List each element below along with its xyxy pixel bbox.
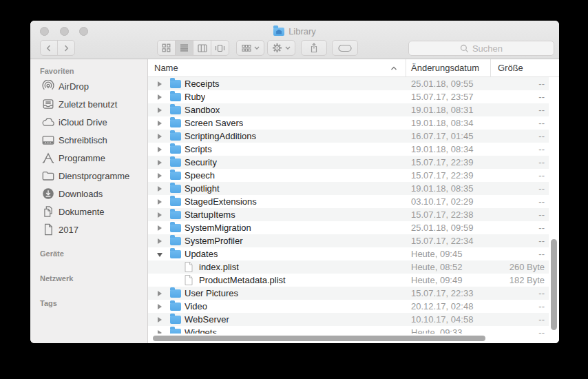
disclosure-triangle[interactable] — [155, 300, 165, 313]
sidebar-item-programme[interactable]: Programme — [30, 149, 147, 167]
row-name: SystemMigration — [185, 223, 251, 233]
row-date: 25.01.18, 09:59 — [406, 223, 491, 233]
folder-icon — [170, 172, 181, 180]
row-name: ScriptingAdditions — [185, 131, 256, 141]
finder-window: Library — [30, 21, 559, 343]
table-row[interactable]: index.plistHeute, 08:52260 Byte — [148, 260, 549, 274]
coverflow-view-button[interactable] — [211, 41, 229, 55]
column-view-button[interactable] — [193, 41, 211, 55]
column-header-name[interactable]: Name — [148, 59, 406, 76]
table-row[interactable]: WebServer10.10.17, 04:58-- — [148, 313, 549, 326]
disclosure-triangle[interactable] — [155, 143, 165, 156]
sidebar-item-airdrop[interactable]: AirDrop — [30, 77, 147, 95]
table-row[interactable]: Speech15.07.17, 22:39-- — [148, 169, 549, 182]
table-row[interactable]: StartupItems15.07.17, 22:38-- — [148, 208, 549, 221]
titlebar[interactable]: Library — [30, 21, 559, 59]
name-cell: StagedExtensions — [148, 195, 406, 208]
back-button[interactable] — [41, 41, 57, 55]
row-name: Receipts — [185, 79, 220, 89]
table-row[interactable]: Ruby15.07.17, 23:57-- — [148, 90, 549, 103]
tag-button[interactable] — [332, 40, 358, 56]
table-row[interactable]: Spotlight19.01.18, 08:35-- — [148, 182, 549, 195]
table-row[interactable]: Security15.07.17, 22:39-- — [148, 156, 549, 169]
table-row[interactable]: StagedExtensions03.10.17, 02:29-- — [148, 195, 549, 208]
row-date: 25.01.18, 09:55 — [406, 79, 491, 89]
disclosure-triangle[interactable] — [155, 116, 165, 130]
name-cell: Scripts — [148, 143, 406, 156]
row-size: -- — [491, 209, 549, 220]
table-row[interactable]: User Pictures15.07.17, 22:33-- — [148, 287, 549, 300]
sidebar-item-label: Dienstprogramme — [59, 171, 129, 181]
action-button[interactable] — [267, 40, 295, 56]
row-date: 19.01.18, 08:34 — [406, 144, 491, 154]
column-header-date[interactable]: Änderungsdatum — [406, 59, 491, 76]
coverflow-view-icon — [215, 44, 225, 52]
table-row[interactable]: SystemProfiler15.07.17, 22:34-- — [148, 234, 549, 247]
share-icon — [309, 43, 319, 53]
row-size: -- — [491, 157, 549, 167]
disclosure-triangle[interactable] — [155, 313, 165, 326]
disclosure-triangle[interactable] — [155, 182, 165, 195]
sidebar-item-label: Schreibtisch — [59, 135, 107, 145]
disclosure-triangle[interactable] — [155, 156, 165, 169]
disclosure-triangle[interactable] — [155, 234, 165, 247]
group-button[interactable] — [236, 40, 264, 56]
row-name: Updates — [185, 249, 218, 259]
table-row[interactable]: Sandbox19.01.18, 08:31-- — [148, 103, 549, 116]
disclosure-triangle[interactable] — [155, 208, 165, 221]
icon-view-button[interactable] — [158, 41, 175, 55]
row-name: StartupItems — [185, 209, 235, 220]
row-size: -- — [491, 131, 549, 141]
table-row[interactable]: Receipts25.01.18, 09:55-- — [148, 77, 549, 90]
row-name: Ruby — [185, 92, 205, 102]
name-cell: Sandbox — [148, 103, 406, 116]
list-view-button[interactable] — [175, 41, 193, 55]
row-date: 10.10.17, 04:58 — [406, 314, 491, 325]
plist-file-icon — [185, 262, 193, 272]
horizontal-scrollbar-thumb[interactable] — [153, 336, 485, 341]
disclosure-triangle[interactable] — [155, 103, 165, 116]
table-row[interactable]: ProductMetadata.plistHeute, 09:49182 Byt… — [148, 274, 549, 287]
table-row[interactable]: Video20.12.17, 02:48-- — [148, 300, 549, 313]
sidebar-item-schreibtisch[interactable]: Schreibtisch — [30, 131, 147, 149]
sidebar-item-zuletzt-benutzt[interactable]: Zuletzt benutzt — [30, 95, 147, 113]
table-row[interactable]: Screen Savers19.01.18, 08:34-- — [148, 116, 549, 130]
downloads-icon — [42, 187, 54, 200]
vertical-scrollbar-thumb[interactable] — [551, 239, 557, 330]
disclosure-triangle[interactable] — [155, 247, 165, 260]
disclosure-triangle[interactable] — [155, 90, 165, 103]
sidebar-item-downloads[interactable]: Downloads — [30, 185, 147, 203]
sidebar-item-dokumente[interactable]: Dokumente — [30, 203, 147, 221]
table-row[interactable]: UpdatesHeute, 09:45-- — [148, 247, 549, 260]
name-cell: Ruby — [148, 90, 406, 103]
folder-icon — [170, 132, 181, 141]
sidebar-item-icloud-drive[interactable]: iCloud Drive — [30, 113, 147, 131]
row-name: ProductMetadata.plist — [199, 275, 286, 285]
row-size: 260 Byte — [491, 262, 549, 272]
sidebar-item-2017[interactable]: 2017 — [30, 221, 147, 238]
sidebar-item-dienstprogramme[interactable]: Dienstprogramme — [30, 167, 147, 185]
name-cell: SystemMigration — [148, 221, 406, 234]
share-button[interactable] — [301, 40, 327, 56]
name-cell: Security — [148, 156, 406, 169]
search-placeholder: Suchen — [472, 43, 503, 54]
table-row[interactable]: SystemMigration25.01.18, 09:59-- — [148, 221, 549, 234]
disclosure-triangle[interactable] — [155, 221, 165, 234]
disclosure-triangle[interactable] — [155, 169, 165, 182]
table-row[interactable]: Scripts19.01.18, 08:34-- — [148, 143, 549, 156]
disclosure-triangle[interactable] — [155, 287, 165, 300]
disclosure-triangle[interactable] — [155, 77, 165, 90]
disclosure-triangle[interactable] — [155, 195, 165, 208]
row-date: 19.01.18, 08:35 — [406, 183, 491, 194]
forward-button[interactable] — [57, 41, 74, 55]
row-size: -- — [491, 92, 549, 102]
table-row[interactable]: ScriptingAdditions16.07.17, 01:45-- — [148, 130, 549, 143]
name-cell: Receipts — [148, 77, 406, 90]
search-input[interactable]: Suchen — [408, 41, 554, 56]
row-size: -- — [491, 249, 549, 259]
column-header-size[interactable]: Größe — [491, 59, 559, 76]
sidebar-section-label: Geräte — [30, 244, 147, 263]
disclosure-triangle[interactable] — [155, 130, 165, 143]
row-date: 15.07.17, 22:33 — [406, 288, 491, 298]
row-name: WebServer — [185, 314, 229, 325]
